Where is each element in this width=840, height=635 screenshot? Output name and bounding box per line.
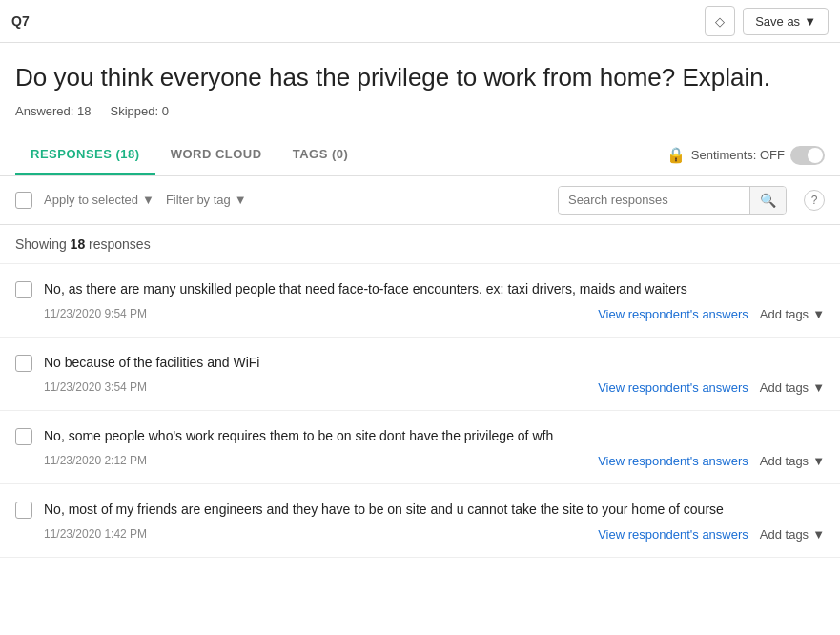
skipped-meta: Skipped: 0 (111, 104, 169, 118)
top-bar: Q7 ◇ Save as ▼ (0, 0, 840, 43)
add-tags-chevron: ▼ (812, 527, 825, 542)
view-respondent-button[interactable]: View respondent's answers (598, 380, 748, 395)
add-tags-label: Add tags (760, 380, 809, 395)
view-respondent-button[interactable]: View respondent's answers (598, 454, 748, 468)
select-all-checkbox[interactable] (15, 192, 32, 209)
top-bar-actions: ◇ Save as ▼ (705, 6, 829, 36)
response-actions: View respondent's answers Add tags ▼ (598, 307, 825, 321)
response-checkbox[interactable] (15, 428, 32, 445)
add-tags-chevron: ▼ (812, 454, 825, 468)
responses-list: No, as there are many unskilled people t… (0, 264, 840, 558)
showing-prefix: Showing (15, 236, 71, 252)
tab-wordcloud[interactable]: WORD CLOUD (155, 135, 277, 175)
filter-chevron: ▼ (235, 193, 247, 207)
search-input[interactable] (559, 187, 749, 213)
add-tags-button[interactable]: Add tags ▼ (760, 307, 825, 321)
tab-tags[interactable]: TAGS (0) (277, 135, 364, 175)
response-footer: 11/23/2020 3:54 PM View respondent's ans… (44, 380, 825, 395)
question-meta: Answered: 18 Skipped: 0 (15, 104, 825, 118)
response-text: No because of the facilities and WiFi (44, 353, 825, 373)
response-footer: 11/23/2020 2:12 PM View respondent's ans… (44, 454, 825, 468)
question-title: Do you think everyone has the privilege … (15, 62, 825, 94)
answered-count: 18 (77, 104, 91, 118)
response-content: No, some people who's work requires them… (44, 426, 825, 468)
tab-responses[interactable]: RESPONSES (18) (15, 135, 155, 175)
response-checkbox[interactable] (15, 502, 32, 519)
response-item: No, as there are many unskilled people t… (0, 264, 840, 338)
apply-label: Apply to selected (44, 193, 138, 207)
add-tags-button[interactable]: Add tags ▼ (760, 380, 825, 395)
response-footer: 11/23/2020 1:42 PM View respondent's ans… (44, 527, 825, 542)
add-tags-button[interactable]: Add tags ▼ (760, 454, 825, 468)
showing-suffix: responses (85, 236, 150, 252)
pin-button[interactable]: ◇ (705, 6, 735, 36)
pin-icon: ◇ (715, 14, 725, 29)
response-actions: View respondent's answers Add tags ▼ (598, 527, 825, 542)
question-area: Do you think everyone has the privilege … (0, 43, 840, 126)
help-icon[interactable]: ? (804, 190, 825, 211)
response-date: 11/23/2020 2:12 PM (44, 454, 147, 467)
showing-row: Showing 18 responses (0, 225, 840, 264)
save-as-label: Save as (755, 14, 800, 29)
filter-by-tag-button[interactable]: Filter by tag ▼ (166, 193, 247, 207)
response-item: No, some people who's work requires them… (0, 411, 840, 484)
apply-chevron: ▼ (142, 193, 154, 207)
tabs-left: RESPONSES (18) WORD CLOUD TAGS (0) (15, 135, 363, 175)
save-as-chevron: ▼ (804, 14, 816, 29)
showing-count: 18 (71, 236, 86, 252)
response-actions: View respondent's answers Add tags ▼ (598, 454, 825, 468)
response-actions: View respondent's answers Add tags ▼ (598, 380, 825, 395)
response-date: 11/23/2020 9:54 PM (44, 307, 147, 320)
lock-icon: 🔒 (666, 146, 686, 164)
response-item: No because of the facilities and WiFi 11… (0, 338, 840, 411)
response-content: No, most of my friends are engineers and… (44, 500, 825, 542)
apply-to-selected-button[interactable]: Apply to selected ▼ (44, 193, 154, 207)
response-text: No, as there are many unskilled people t… (44, 279, 825, 299)
add-tags-chevron: ▼ (812, 307, 825, 321)
save-as-button[interactable]: Save as ▼ (743, 8, 829, 35)
sentiments-toggle-area: 🔒 Sentiments: OFF (666, 146, 825, 165)
response-content: No, as there are many unskilled people t… (44, 279, 825, 321)
view-respondent-button[interactable]: View respondent's answers (598, 307, 748, 321)
question-id: Q7 (11, 13, 30, 29)
add-tags-chevron: ▼ (812, 380, 825, 395)
search-icon[interactable]: 🔍 (749, 187, 786, 214)
view-respondent-button[interactable]: View respondent's answers (598, 527, 748, 542)
response-date: 11/23/2020 3:54 PM (44, 380, 147, 394)
add-tags-label: Add tags (760, 527, 809, 542)
add-tags-button[interactable]: Add tags ▼ (760, 527, 825, 542)
tabs-row: RESPONSES (18) WORD CLOUD TAGS (0) 🔒 Sen… (0, 135, 840, 176)
sentiments-label: Sentiments: OFF (691, 148, 785, 162)
skipped-count: 0 (162, 104, 169, 118)
toolbar: Apply to selected ▼ Filter by tag ▼ 🔍 ? (0, 176, 840, 225)
response-checkbox[interactable] (15, 355, 32, 372)
search-box: 🔍 (558, 186, 787, 215)
answered-label: Answered: (15, 104, 73, 118)
response-content: No because of the facilities and WiFi 11… (44, 353, 825, 395)
filter-label: Filter by tag (166, 193, 231, 207)
add-tags-label: Add tags (760, 307, 809, 321)
answered-meta: Answered: 18 (15, 104, 92, 118)
add-tags-label: Add tags (760, 454, 809, 468)
response-item: No, most of my friends are engineers and… (0, 484, 840, 558)
response-footer: 11/23/2020 9:54 PM View respondent's ans… (44, 307, 825, 321)
sentiments-toggle[interactable] (790, 146, 825, 165)
skipped-label: Skipped: (111, 104, 159, 118)
response-text: No, some people who's work requires them… (44, 426, 825, 446)
response-date: 11/23/2020 1:42 PM (44, 527, 147, 541)
response-checkbox[interactable] (15, 281, 32, 298)
response-text: No, most of my friends are engineers and… (44, 500, 825, 520)
